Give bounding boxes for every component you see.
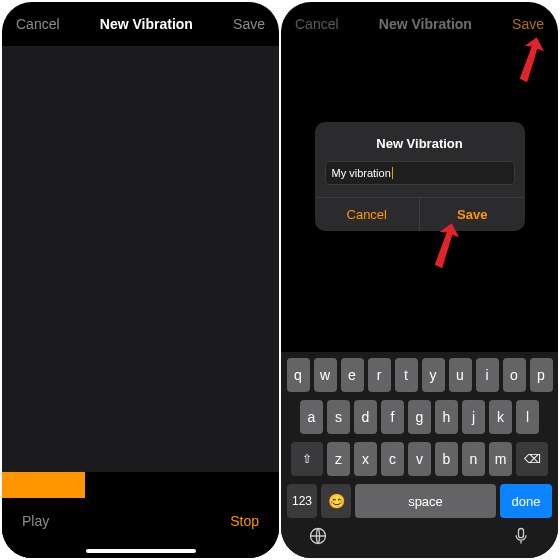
save-button[interactable]: Save [233, 16, 265, 32]
key-u[interactable]: u [449, 358, 472, 392]
key-s[interactable]: s [327, 400, 350, 434]
navbar: Cancel New Vibration Save [2, 2, 279, 46]
play-button[interactable]: Play [22, 513, 49, 529]
key-r[interactable]: r [368, 358, 391, 392]
svg-rect-1 [519, 529, 524, 538]
emoji-key[interactable]: 😊 [321, 484, 351, 518]
page-title: New Vibration [379, 16, 472, 32]
key-f[interactable]: f [381, 400, 404, 434]
key-j[interactable]: j [462, 400, 485, 434]
keyboard-toolbar [284, 524, 555, 550]
key-z[interactable]: z [327, 442, 350, 476]
alert-actions: Cancel Save [315, 197, 525, 231]
screen-record: Cancel New Vibration Save Play Stop [2, 2, 279, 558]
key-l[interactable]: l [516, 400, 539, 434]
vibration-name-input[interactable]: My vibration [325, 161, 515, 185]
screen-save-dialog: Cancel New Vibration Save New Vibration … [281, 2, 558, 558]
key-row-2: asdfghjkl [284, 400, 555, 434]
numbers-key[interactable]: 123 [287, 484, 317, 518]
key-i[interactable]: i [476, 358, 499, 392]
globe-icon[interactable] [308, 526, 328, 550]
cancel-button: Cancel [295, 16, 339, 32]
key-g[interactable]: g [408, 400, 431, 434]
backspace-key[interactable]: ⌫ [516, 442, 548, 476]
key-c[interactable]: c [381, 442, 404, 476]
page-title: New Vibration [100, 16, 193, 32]
home-indicator[interactable] [86, 549, 196, 553]
space-key[interactable]: space [355, 484, 496, 518]
key-d[interactable]: d [354, 400, 377, 434]
key-a[interactable]: a [300, 400, 323, 434]
shift-key[interactable]: ⇧ [291, 442, 323, 476]
key-h[interactable]: h [435, 400, 458, 434]
keyboard: qwertyuiop asdfghjkl ⇧ zxcvbnm ⌫ 123 😊 s… [281, 352, 558, 558]
key-row-4: 123 😊 space done [284, 484, 555, 518]
save-alert: New Vibration My vibration Cancel Save [315, 122, 525, 231]
key-n[interactable]: n [462, 442, 485, 476]
key-row-3: ⇧ zxcvbnm ⌫ [284, 442, 555, 476]
key-row-1: qwertyuiop [284, 358, 555, 392]
key-o[interactable]: o [503, 358, 526, 392]
key-x[interactable]: x [354, 442, 377, 476]
key-m[interactable]: m [489, 442, 512, 476]
alert-cancel-button[interactable]: Cancel [315, 198, 421, 231]
input-value: My vibration [332, 167, 391, 179]
alert-save-button[interactable]: Save [420, 198, 525, 231]
key-y[interactable]: y [422, 358, 445, 392]
save-button: Save [512, 16, 544, 32]
navbar: Cancel New Vibration Save [281, 2, 558, 46]
mic-icon[interactable] [511, 526, 531, 550]
progress-track [2, 472, 279, 498]
key-p[interactable]: p [530, 358, 553, 392]
key-w[interactable]: w [314, 358, 337, 392]
progress-fill [2, 472, 85, 498]
alert-title: New Vibration [315, 122, 525, 161]
key-v[interactable]: v [408, 442, 431, 476]
key-b[interactable]: b [435, 442, 458, 476]
key-e[interactable]: e [341, 358, 364, 392]
key-t[interactable]: t [395, 358, 418, 392]
key-k[interactable]: k [489, 400, 512, 434]
done-key[interactable]: done [500, 484, 552, 518]
key-q[interactable]: q [287, 358, 310, 392]
stop-button[interactable]: Stop [230, 513, 259, 529]
text-caret [392, 167, 393, 179]
cancel-button[interactable]: Cancel [16, 16, 60, 32]
